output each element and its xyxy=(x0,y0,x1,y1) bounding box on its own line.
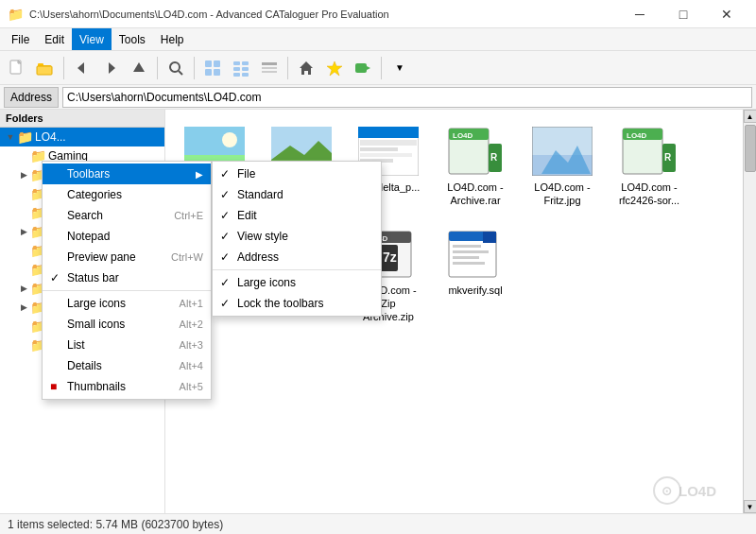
menu-view-small[interactable]: Small icons Alt+2 xyxy=(43,314,211,335)
file-item-jpg[interactable]: LO4D.com -Fritz.jpg xyxy=(524,121,600,213)
menu-view[interactable]: View xyxy=(72,28,112,50)
toolbar-favorites[interactable] xyxy=(321,55,348,81)
sub-file[interactable]: ✓ File xyxy=(213,164,381,184)
label-list: List xyxy=(67,338,161,352)
sub-largeicons[interactable]: ✓ Large icons xyxy=(213,272,381,293)
file-label-rar1: LO4D.com -Archive.rar xyxy=(447,181,503,208)
toolbar-tag[interactable] xyxy=(350,55,376,81)
svg-rect-13 xyxy=(214,69,220,76)
svg-text:LO4D: LO4D xyxy=(627,131,647,140)
menu-view-large[interactable]: Large icons Alt+1 xyxy=(43,293,211,314)
label-sub-file: File xyxy=(237,167,373,181)
label-sub-viewstyle: View style xyxy=(237,230,373,243)
file-thumb-rar2: LO4D R xyxy=(619,126,679,177)
check-sub-largeicons: ✓ xyxy=(220,276,237,289)
label-large: Large icons xyxy=(67,297,161,310)
toolbar-details[interactable] xyxy=(256,55,283,81)
check-statusbar: ✓ xyxy=(50,271,67,284)
content-scroll-down[interactable]: ▼ xyxy=(744,500,757,513)
svg-rect-4 xyxy=(37,66,52,75)
content-scroll-thumb[interactable] xyxy=(745,125,756,172)
address-input[interactable] xyxy=(62,87,752,108)
tree-expand-gaming xyxy=(17,149,30,163)
file-item-rar2[interactable]: LO4D R LO4D.com -rfc2426-sor... xyxy=(611,121,687,213)
address-label: Address xyxy=(4,87,59,108)
tree-expand-savepart: ▶ xyxy=(17,282,30,295)
minimize-button[interactable]: ─ xyxy=(618,0,662,28)
app-icon: 📁 xyxy=(8,7,24,22)
toolbar-forward[interactable] xyxy=(97,55,124,81)
close-button[interactable]: ✕ xyxy=(705,0,748,28)
menu-view-search[interactable]: Search Ctrl+E xyxy=(43,205,211,226)
menu-tools[interactable]: Tools xyxy=(112,28,153,50)
toolbar-sep-4 xyxy=(287,57,288,79)
folder-icon-lo4d: 📁 xyxy=(17,129,32,145)
toolbar-dropdown[interactable]: ▼ xyxy=(387,55,413,81)
title-controls: ─ □ ✕ xyxy=(618,0,748,28)
content-scrollbar[interactable]: ▲ ▼ xyxy=(743,110,756,513)
toolbar-thumbnails[interactable] xyxy=(199,55,226,81)
toolbar-sep-2 xyxy=(157,57,158,79)
menu-view-preview[interactable]: Preview pane Ctrl+W xyxy=(43,247,211,267)
svg-point-29 xyxy=(222,132,237,147)
menu-view-statusbar[interactable]: ✓ Status bar xyxy=(43,267,211,288)
svg-rect-18 xyxy=(233,73,240,77)
tree-item-lo4d[interactable]: ▼ 📁 LO4... xyxy=(0,128,164,146)
file-thumb-sql xyxy=(445,229,506,280)
svg-rect-20 xyxy=(262,62,277,65)
check-sub-standard: ✓ xyxy=(220,188,237,201)
svg-marker-23 xyxy=(300,61,313,75)
shortcut-details: Alt+4 xyxy=(180,360,203,371)
menu-view-thumbnails[interactable]: ■ Thumbnails Alt+5 xyxy=(43,376,211,397)
shortcut-preview: Ctrl+W xyxy=(171,251,203,263)
tree-expand-wiki xyxy=(17,338,30,352)
sub-address[interactable]: ✓ Address xyxy=(213,247,381,267)
toolbar-up[interactable] xyxy=(126,55,152,81)
label-statusbar: Status bar xyxy=(67,271,203,284)
toolbar-search[interactable] xyxy=(163,55,189,81)
menu-edit[interactable]: Edit xyxy=(37,28,72,50)
check-sub-lock: ✓ xyxy=(220,297,237,310)
sub-standard[interactable]: ✓ Standard xyxy=(213,184,381,205)
menu-view-categories[interactable]: Categories xyxy=(43,184,211,205)
sub-viewstyle[interactable]: ✓ View style xyxy=(213,226,381,247)
menu-view-list[interactable]: List Alt+3 xyxy=(43,335,211,355)
svg-rect-74 xyxy=(453,262,485,265)
menu-view-notepad[interactable]: Notepad xyxy=(43,226,211,247)
svg-text:R: R xyxy=(664,152,672,163)
view-menu: Toolbars ▶ Categories Search Ctrl+E Note… xyxy=(42,161,212,400)
menu-view-details[interactable]: Details Alt+4 xyxy=(43,355,211,376)
file-label-jpg: LO4D.com -Fritz.jpg xyxy=(534,181,590,208)
toolbar-back[interactable] xyxy=(69,55,95,81)
toolbar-list[interactable] xyxy=(228,55,254,81)
menu-view-toolbars[interactable]: Toolbars ▶ xyxy=(43,164,211,184)
menu-help[interactable]: Help xyxy=(153,28,192,50)
status-bar: 1 items selected: 5.74 MB (6023700 bytes… xyxy=(0,513,756,534)
shortcut-search: Ctrl+E xyxy=(174,210,203,221)
tree-expand-open xyxy=(17,244,30,257)
toolbar-new[interactable] xyxy=(4,55,30,81)
maximize-button[interactable]: □ xyxy=(662,0,705,28)
toolbar-open[interactable] xyxy=(32,55,59,81)
label-thumbnails: Thumbnails xyxy=(67,380,161,393)
svg-marker-26 xyxy=(367,66,370,70)
check-sub-address: ✓ xyxy=(220,250,237,264)
svg-point-8 xyxy=(170,62,180,72)
label-notepad: Notepad xyxy=(67,230,203,243)
svg-marker-70 xyxy=(483,232,496,243)
tree-expand-video: ▶ xyxy=(17,301,30,314)
label-toolbars: Toolbars xyxy=(67,167,188,181)
tree-expand-images xyxy=(17,187,30,200)
sub-locktoolbars[interactable]: ✓ Lock the toolbars xyxy=(213,293,381,314)
svg-rect-16 xyxy=(233,67,240,71)
svg-line-9 xyxy=(179,71,182,75)
file-item-rar1[interactable]: LO4D R LO4D.com -Archive.rar xyxy=(438,121,513,213)
menu-file[interactable]: File xyxy=(4,28,37,50)
file-item-sql[interactable]: mkverify.sql xyxy=(438,224,513,329)
tree-expand-lightroom: ▶ xyxy=(17,225,30,238)
content-scroll-up[interactable]: ▲ xyxy=(744,110,757,123)
toolbar-home[interactable] xyxy=(293,55,319,81)
title-bar-left: 📁 C:\Users\ahorn\Documents\LO4D.com - Ad… xyxy=(8,7,389,22)
svg-rect-37 xyxy=(360,153,412,157)
sub-edit[interactable]: ✓ Edit xyxy=(213,205,381,226)
